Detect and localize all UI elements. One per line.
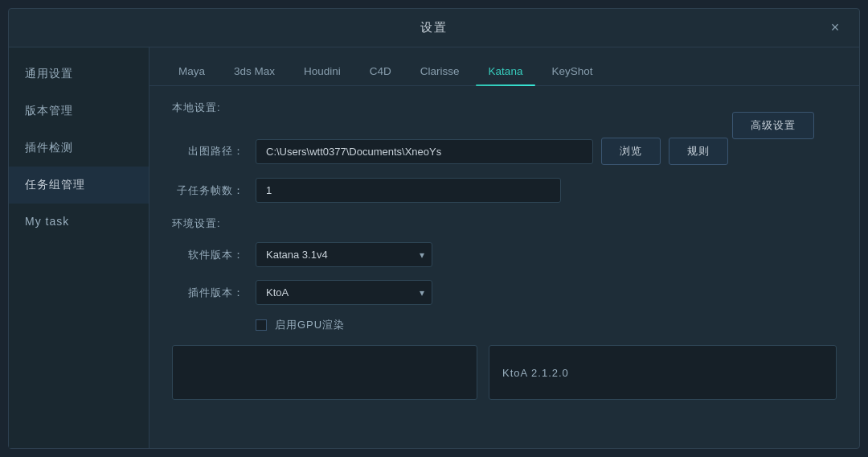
ktoa-version-text: KtoA 2.1.2.0 xyxy=(502,367,569,379)
plugin-version-label: 插件版本： xyxy=(172,286,244,300)
close-button[interactable]: × xyxy=(824,17,846,39)
dialog-body: 通用设置 版本管理 插件检测 任务组管理 My task Maya 3ds Ma… xyxy=(9,47,859,448)
tab-maya[interactable]: Maya xyxy=(166,56,218,85)
browse-button[interactable]: 浏览 xyxy=(601,138,661,165)
sidebar-item-plugin[interactable]: 插件检测 xyxy=(9,130,149,167)
advanced-settings-button[interactable]: 高级设置 xyxy=(732,112,814,139)
dialog-header: 设置 × xyxy=(9,9,859,47)
bottom-panel-left xyxy=(172,345,477,400)
dialog-title: 设置 xyxy=(420,20,448,35)
output-path-input[interactable] xyxy=(256,139,593,164)
software-version-select[interactable]: Katana 3.1v4 xyxy=(256,242,432,267)
sub-frames-label: 子任务帧数： xyxy=(172,183,244,198)
tab-katana[interactable]: Katana xyxy=(476,56,536,85)
settings-dialog: 设置 × 通用设置 版本管理 插件检测 任务组管理 My task Maya 3… xyxy=(8,8,860,449)
content-area: 本地设置: 高级设置 出图路径： 浏览 规则 子任务帧数： 环境设置 xyxy=(149,86,859,448)
tab-c4d[interactable]: C4D xyxy=(357,56,404,85)
tab-keyshot[interactable]: KeyShot xyxy=(538,56,605,85)
tab-3dsmax[interactable]: 3ds Max xyxy=(221,56,288,85)
plugin-version-wrapper: KtoA ▾ xyxy=(256,280,432,305)
plugin-version-row: 插件版本： KtoA ▾ xyxy=(172,280,837,305)
sidebar-item-version[interactable]: 版本管理 xyxy=(9,93,149,130)
sub-frames-row: 子任务帧数： xyxy=(172,178,837,203)
software-version-wrapper: Katana 3.1v4 ▾ xyxy=(256,242,432,267)
sidebar-item-mytask[interactable]: My task xyxy=(9,204,149,239)
env-settings-label: 环境设置: xyxy=(172,217,221,229)
main-content: Maya 3ds Max Houdini C4D Clarisse Katana… xyxy=(149,47,859,448)
sidebar: 通用设置 版本管理 插件检测 任务组管理 My task xyxy=(9,47,149,448)
gpu-checkbox-row: 启用GPU渲染 xyxy=(256,318,837,332)
tabs-bar: Maya 3ds Max Houdini C4D Clarisse Katana… xyxy=(149,47,859,86)
rule-button[interactable]: 规则 xyxy=(669,138,728,165)
sidebar-item-general[interactable]: 通用设置 xyxy=(9,56,149,93)
gpu-label: 启用GPU渲染 xyxy=(275,318,345,332)
sub-frames-input[interactable] xyxy=(256,178,561,203)
software-version-row: 软件版本： Katana 3.1v4 ▾ xyxy=(172,242,837,267)
local-settings-label: 本地设置: xyxy=(172,101,221,115)
sidebar-item-taskgroup[interactable]: 任务组管理 xyxy=(9,167,149,204)
env-settings-section: 环境设置: xyxy=(172,216,837,231)
local-settings-row: 本地设置: 高级设置 xyxy=(172,101,837,126)
tab-houdini[interactable]: Houdini xyxy=(291,56,354,85)
plugin-version-select[interactable]: KtoA xyxy=(256,280,432,305)
tab-clarisse[interactable]: Clarisse xyxy=(407,56,473,85)
bottom-panels: KtoA 2.1.2.0 xyxy=(172,345,837,400)
gpu-checkbox[interactable] xyxy=(256,319,267,331)
bottom-panel-right: KtoA 2.1.2.0 xyxy=(489,345,837,400)
output-path-label: 出图路径： xyxy=(172,144,244,159)
output-path-row: 出图路径： 浏览 规则 xyxy=(172,138,837,165)
software-version-label: 软件版本： xyxy=(172,248,244,262)
